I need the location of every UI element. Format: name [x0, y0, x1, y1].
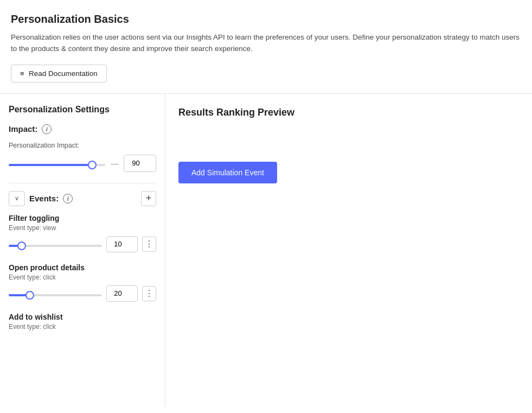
event-type-wishlist: Event type: click	[9, 323, 156, 331]
event-item-wishlist: Add to wishlist Event type: click	[9, 313, 156, 331]
events-label: Events:	[29, 194, 59, 203]
impact-number-input[interactable]	[124, 155, 156, 172]
menu-lines-icon: ≡	[20, 69, 24, 78]
event-number-filter[interactable]	[106, 236, 138, 252]
events-dropdown-button[interactable]: ∨	[9, 191, 25, 206]
event-slider-container-open-product	[9, 289, 102, 298]
page-title: Personalization Basics	[11, 13, 521, 26]
impact-slider[interactable]	[9, 164, 105, 166]
event-slider-open-product[interactable]	[9, 294, 102, 296]
results-ranking-title: Results Ranking Preview	[178, 107, 519, 118]
event-slider-container-filter	[9, 240, 102, 249]
events-left: ∨ Events: i	[9, 191, 73, 206]
kebab-icon-open-product: ⋮	[145, 289, 153, 298]
personalization-impact-label: Personalization Impact:	[9, 142, 156, 149]
dash-separator: —	[111, 159, 118, 168]
left-panel: Personalization Settings Impact: i Perso…	[0, 94, 165, 406]
impact-slider-row: —	[9, 155, 156, 172]
event-name-wishlist: Add to wishlist	[9, 313, 156, 321]
event-slider-row-open-product: ⋮	[9, 285, 156, 302]
page-description: Personalization relies on the user actio…	[11, 32, 521, 55]
add-simulation-event-button[interactable]: Add Simulation Event	[178, 162, 277, 183]
event-slider-row-filter: ⋮	[9, 236, 156, 252]
impact-row: Impact: i	[9, 124, 156, 134]
event-name-filter: Filter toggling	[9, 214, 156, 223]
settings-section-title: Personalization Settings	[9, 105, 156, 115]
divider	[9, 183, 156, 183]
read-docs-label: Read Documentation	[29, 69, 98, 78]
events-header: ∨ Events: i +	[9, 191, 156, 206]
chevron-down-icon: ∨	[15, 195, 19, 202]
plus-icon: +	[146, 193, 152, 204]
event-number-open-product[interactable]	[106, 285, 138, 302]
impact-label: Impact:	[9, 124, 37, 134]
events-info-icon[interactable]: i	[63, 194, 73, 204]
event-item-open-product: Open product details Event type: click ⋮	[9, 263, 156, 302]
top-section: Personalization Basics Personalization r…	[0, 0, 532, 94]
event-type-filter: Event type: view	[9, 224, 156, 232]
kebab-icon-filter: ⋮	[145, 240, 153, 249]
impact-slider-container	[9, 159, 105, 168]
event-item-filter-toggling: Filter toggling Event type: view ⋮	[9, 214, 156, 252]
main-layout: Personalization Settings Impact: i Perso…	[0, 94, 532, 406]
event-slider-filter[interactable]	[9, 245, 102, 247]
impact-info-icon[interactable]: i	[42, 124, 52, 134]
event-kebab-open-product[interactable]: ⋮	[142, 286, 156, 301]
read-docs-button[interactable]: ≡ Read Documentation	[11, 65, 107, 82]
event-kebab-filter[interactable]: ⋮	[142, 237, 156, 252]
event-type-open-product: Event type: click	[9, 274, 156, 281]
event-name-open-product: Open product details	[9, 263, 156, 272]
add-event-button[interactable]: +	[141, 191, 156, 206]
right-panel: Results Ranking Preview Add Simulation E…	[165, 94, 532, 406]
